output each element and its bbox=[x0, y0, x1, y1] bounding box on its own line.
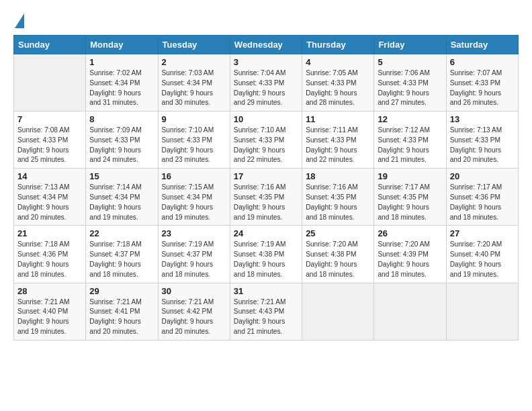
day-info: Sunrise: 7:10 AMSunset: 4:33 PMDaylight:… bbox=[162, 126, 226, 165]
day-info: Sunrise: 7:17 AMSunset: 4:36 PMDaylight:… bbox=[450, 183, 515, 222]
calendar-cell: 12Sunrise: 7:12 AMSunset: 4:33 PMDayligh… bbox=[374, 111, 446, 169]
weekday-header: Wednesday bbox=[230, 36, 302, 54]
day-number: 3 bbox=[234, 57, 298, 67]
calendar-cell: 18Sunrise: 7:16 AMSunset: 4:35 PMDayligh… bbox=[302, 169, 374, 226]
calendar-cell: 6Sunrise: 7:07 AMSunset: 4:33 PMDaylight… bbox=[446, 54, 518, 111]
day-number: 27 bbox=[450, 228, 515, 238]
day-info: Sunrise: 7:19 AMSunset: 4:38 PMDaylight:… bbox=[234, 240, 298, 279]
calendar-week-row: 1Sunrise: 7:02 AMSunset: 4:34 PMDaylight… bbox=[14, 54, 519, 111]
calendar-cell: 8Sunrise: 7:09 AMSunset: 4:33 PMDaylight… bbox=[86, 111, 158, 169]
day-number: 19 bbox=[378, 171, 442, 181]
day-info: Sunrise: 7:19 AMSunset: 4:37 PMDaylight:… bbox=[162, 240, 226, 279]
calendar-cell bbox=[374, 283, 446, 340]
day-number: 11 bbox=[306, 114, 370, 124]
day-number: 17 bbox=[234, 171, 298, 181]
day-info: Sunrise: 7:18 AMSunset: 4:37 PMDaylight:… bbox=[89, 240, 154, 279]
calendar-table: SundayMondayTuesdayWednesdayThursdayFrid… bbox=[13, 35, 519, 340]
logo bbox=[13, 13, 26, 28]
weekday-header: Monday bbox=[86, 36, 158, 54]
day-info: Sunrise: 7:07 AMSunset: 4:33 PMDaylight:… bbox=[450, 68, 515, 108]
day-number: 22 bbox=[89, 228, 154, 238]
day-number: 10 bbox=[234, 114, 298, 124]
day-info: Sunrise: 7:06 AMSunset: 4:33 PMDaylight:… bbox=[378, 68, 442, 108]
weekday-header: Tuesday bbox=[158, 36, 230, 54]
calendar-cell: 16Sunrise: 7:15 AMSunset: 4:34 PMDayligh… bbox=[158, 169, 230, 226]
day-info: Sunrise: 7:21 AMSunset: 4:42 PMDaylight:… bbox=[162, 298, 226, 337]
day-number: 12 bbox=[378, 114, 442, 124]
day-info: Sunrise: 7:20 AMSunset: 4:39 PMDaylight:… bbox=[378, 240, 442, 279]
day-number: 18 bbox=[306, 171, 370, 181]
calendar-week-row: 7Sunrise: 7:08 AMSunset: 4:33 PMDaylight… bbox=[14, 111, 519, 169]
day-number: 15 bbox=[89, 171, 154, 181]
calendar-week-row: 14Sunrise: 7:13 AMSunset: 4:34 PMDayligh… bbox=[14, 169, 519, 226]
day-info: Sunrise: 7:04 AMSunset: 4:33 PMDaylight:… bbox=[234, 68, 298, 108]
day-info: Sunrise: 7:03 AMSunset: 4:34 PMDaylight:… bbox=[162, 68, 226, 108]
calendar-cell: 19Sunrise: 7:17 AMSunset: 4:35 PMDayligh… bbox=[374, 169, 446, 226]
calendar-cell: 22Sunrise: 7:18 AMSunset: 4:37 PMDayligh… bbox=[86, 226, 158, 283]
calendar-cell bbox=[14, 54, 86, 111]
day-number: 14 bbox=[17, 171, 82, 181]
day-info: Sunrise: 7:21 AMSunset: 4:40 PMDaylight:… bbox=[17, 298, 82, 337]
logo-triangle-icon bbox=[15, 13, 24, 28]
calendar-cell: 4Sunrise: 7:05 AMSunset: 4:33 PMDaylight… bbox=[302, 54, 374, 111]
day-info: Sunrise: 7:16 AMSunset: 4:35 PMDaylight:… bbox=[306, 183, 370, 222]
calendar-cell: 26Sunrise: 7:20 AMSunset: 4:39 PMDayligh… bbox=[374, 226, 446, 283]
day-number: 9 bbox=[162, 114, 226, 124]
day-info: Sunrise: 7:09 AMSunset: 4:33 PMDaylight:… bbox=[89, 126, 154, 165]
day-number: 20 bbox=[450, 171, 515, 181]
calendar-cell: 11Sunrise: 7:11 AMSunset: 4:33 PMDayligh… bbox=[302, 111, 374, 169]
calendar-cell: 7Sunrise: 7:08 AMSunset: 4:33 PMDaylight… bbox=[14, 111, 86, 169]
day-info: Sunrise: 7:20 AMSunset: 4:38 PMDaylight:… bbox=[306, 240, 370, 279]
day-number: 5 bbox=[378, 57, 442, 67]
day-number: 16 bbox=[162, 171, 226, 181]
day-info: Sunrise: 7:12 AMSunset: 4:33 PMDaylight:… bbox=[378, 126, 442, 165]
day-number: 28 bbox=[17, 286, 82, 296]
day-info: Sunrise: 7:13 AMSunset: 4:33 PMDaylight:… bbox=[450, 126, 515, 165]
day-info: Sunrise: 7:16 AMSunset: 4:35 PMDaylight:… bbox=[234, 183, 298, 222]
day-number: 13 bbox=[450, 114, 515, 124]
calendar-cell: 31Sunrise: 7:21 AMSunset: 4:43 PMDayligh… bbox=[230, 283, 302, 340]
calendar-cell: 27Sunrise: 7:20 AMSunset: 4:40 PMDayligh… bbox=[446, 226, 518, 283]
calendar-cell: 13Sunrise: 7:13 AMSunset: 4:33 PMDayligh… bbox=[446, 111, 518, 169]
day-info: Sunrise: 7:13 AMSunset: 4:34 PMDaylight:… bbox=[17, 183, 82, 222]
calendar-cell: 29Sunrise: 7:21 AMSunset: 4:41 PMDayligh… bbox=[86, 283, 158, 340]
day-info: Sunrise: 7:05 AMSunset: 4:33 PMDaylight:… bbox=[306, 68, 370, 108]
calendar-cell bbox=[446, 283, 518, 340]
day-info: Sunrise: 7:02 AMSunset: 4:34 PMDaylight:… bbox=[89, 68, 154, 108]
day-info: Sunrise: 7:21 AMSunset: 4:43 PMDaylight:… bbox=[234, 298, 298, 337]
weekday-header: Thursday bbox=[302, 36, 374, 54]
day-number: 4 bbox=[306, 57, 370, 67]
day-number: 6 bbox=[450, 57, 515, 67]
calendar-cell: 24Sunrise: 7:19 AMSunset: 4:38 PMDayligh… bbox=[230, 226, 302, 283]
weekday-header-row: SundayMondayTuesdayWednesdayThursdayFrid… bbox=[14, 36, 519, 54]
calendar-cell: 30Sunrise: 7:21 AMSunset: 4:42 PMDayligh… bbox=[158, 283, 230, 340]
calendar-cell: 20Sunrise: 7:17 AMSunset: 4:36 PMDayligh… bbox=[446, 169, 518, 226]
day-info: Sunrise: 7:20 AMSunset: 4:40 PMDaylight:… bbox=[450, 240, 515, 279]
day-number: 7 bbox=[17, 114, 82, 124]
day-info: Sunrise: 7:14 AMSunset: 4:34 PMDaylight:… bbox=[89, 183, 154, 222]
day-number: 24 bbox=[234, 228, 298, 238]
calendar-cell: 23Sunrise: 7:19 AMSunset: 4:37 PMDayligh… bbox=[158, 226, 230, 283]
day-number: 26 bbox=[378, 228, 442, 238]
calendar-cell: 1Sunrise: 7:02 AMSunset: 4:34 PMDaylight… bbox=[86, 54, 158, 111]
calendar-cell: 2Sunrise: 7:03 AMSunset: 4:34 PMDaylight… bbox=[158, 54, 230, 111]
day-info: Sunrise: 7:11 AMSunset: 4:33 PMDaylight:… bbox=[306, 126, 370, 165]
day-info: Sunrise: 7:17 AMSunset: 4:35 PMDaylight:… bbox=[378, 183, 442, 222]
calendar-cell: 3Sunrise: 7:04 AMSunset: 4:33 PMDaylight… bbox=[230, 54, 302, 111]
day-number: 23 bbox=[162, 228, 226, 238]
calendar-cell: 25Sunrise: 7:20 AMSunset: 4:38 PMDayligh… bbox=[302, 226, 374, 283]
day-number: 25 bbox=[306, 228, 370, 238]
weekday-header: Saturday bbox=[446, 36, 518, 54]
day-info: Sunrise: 7:15 AMSunset: 4:34 PMDaylight:… bbox=[162, 183, 226, 222]
weekday-header: Friday bbox=[374, 36, 446, 54]
calendar-cell: 28Sunrise: 7:21 AMSunset: 4:40 PMDayligh… bbox=[14, 283, 86, 340]
page-header bbox=[13, 13, 519, 28]
day-number: 31 bbox=[234, 286, 298, 296]
day-number: 21 bbox=[17, 228, 82, 238]
weekday-header: Sunday bbox=[14, 36, 86, 54]
calendar-cell: 21Sunrise: 7:18 AMSunset: 4:36 PMDayligh… bbox=[14, 226, 86, 283]
calendar-cell: 17Sunrise: 7:16 AMSunset: 4:35 PMDayligh… bbox=[230, 169, 302, 226]
day-number: 1 bbox=[89, 57, 154, 67]
calendar-cell: 9Sunrise: 7:10 AMSunset: 4:33 PMDaylight… bbox=[158, 111, 230, 169]
day-number: 8 bbox=[89, 114, 154, 124]
